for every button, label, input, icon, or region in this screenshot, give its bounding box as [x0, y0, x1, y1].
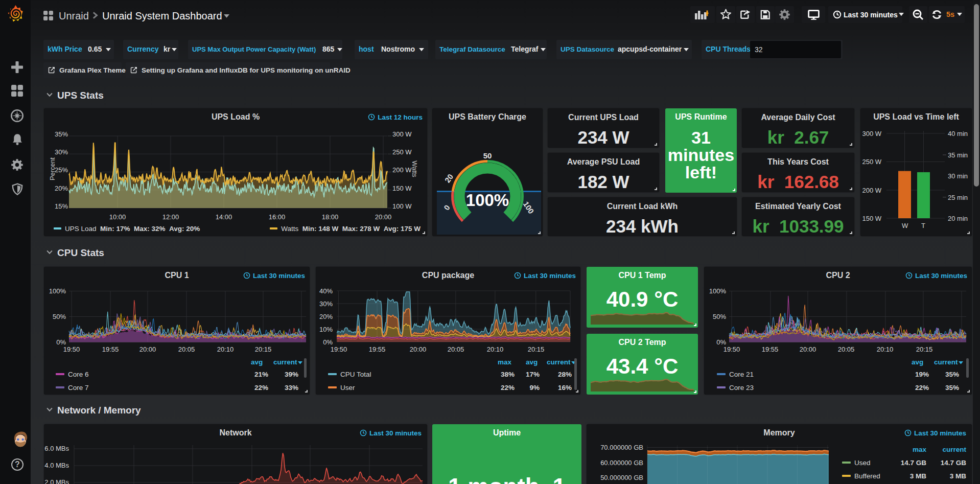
svg-text:100%: 100% — [466, 191, 509, 210]
svg-text:50: 50 — [483, 151, 492, 160]
svg-text:20: 20 — [443, 172, 455, 184]
